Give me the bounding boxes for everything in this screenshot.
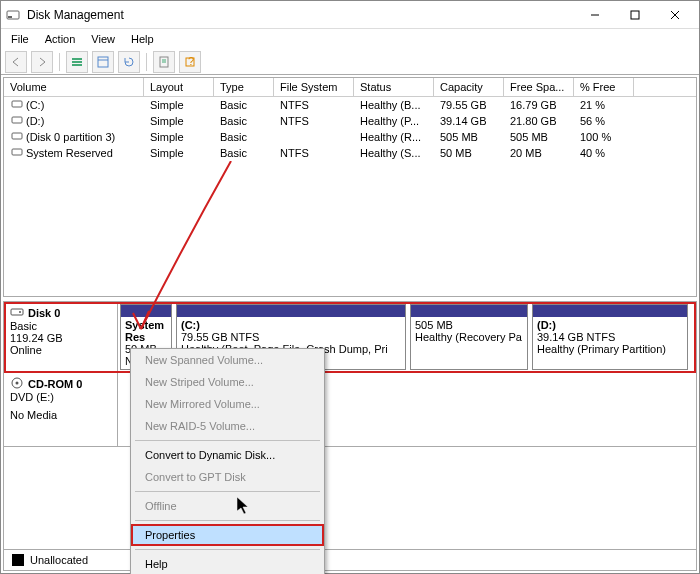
table-row[interactable]: System ReservedSimpleBasicNTFSHealthy (S… xyxy=(4,145,696,161)
svg-rect-6 xyxy=(72,58,82,60)
disk-icon xyxy=(10,306,24,320)
vol-cap: 79.55 GB xyxy=(434,98,504,112)
vol-cap: 50 MB xyxy=(434,146,504,160)
col-pct[interactable]: % Free xyxy=(574,78,634,96)
vol-fs: NTFS xyxy=(274,146,354,160)
vol-type: Basic xyxy=(214,114,274,128)
partition-cap xyxy=(177,305,405,317)
toolbar-separator xyxy=(146,53,147,71)
vol-status: Healthy (R... xyxy=(354,130,434,144)
vol-status: Healthy (P... xyxy=(354,114,434,128)
table-row[interactable]: (C:)SimpleBasicNTFSHealthy (B...79.55 GB… xyxy=(4,97,696,113)
ctx-new-spanned[interactable]: New Spanned Volume... xyxy=(131,349,324,371)
table-row[interactable]: (D:)SimpleBasicNTFSHealthy (P...39.14 GB… xyxy=(4,113,696,129)
col-volume[interactable]: Volume xyxy=(4,78,144,96)
cdrom-name: CD-ROM 0 xyxy=(28,378,82,390)
svg-point-23 xyxy=(16,382,19,385)
close-button[interactable] xyxy=(655,1,695,29)
ctx-separator xyxy=(135,491,320,492)
partition[interactable]: (D:)39.14 GB NTFSHealthy (Primary Partit… xyxy=(532,304,688,370)
forward-button[interactable] xyxy=(31,51,53,73)
table-row[interactable]: (Disk 0 partition 3)SimpleBasicHealthy (… xyxy=(4,129,696,145)
menu-action[interactable]: Action xyxy=(37,31,84,47)
ctx-properties[interactable]: Properties xyxy=(131,524,324,546)
partition[interactable]: 505 MBHealthy (Recovery Pa xyxy=(410,304,528,370)
ctx-help[interactable]: Help xyxy=(131,553,324,574)
col-type[interactable]: Type xyxy=(214,78,274,96)
vol-type: Basic xyxy=(214,98,274,112)
view-detail-button[interactable] xyxy=(92,51,114,73)
vol-pct: 100 % xyxy=(574,130,634,144)
app-icon xyxy=(5,7,21,23)
context-menu: New Spanned Volume... New Striped Volume… xyxy=(130,348,325,574)
vol-name: (Disk 0 partition 3) xyxy=(26,131,115,143)
cdrom-info[interactable]: CD-ROM 0 DVD (E:) No Media xyxy=(4,373,118,446)
volume-icon xyxy=(10,115,24,125)
cdrom-status: No Media xyxy=(10,409,111,421)
disk-0-info[interactable]: Disk 0 Basic 119.24 GB Online xyxy=(4,302,118,372)
legend-swatch-unallocated xyxy=(12,554,24,566)
ctx-convert-gpt[interactable]: Convert to GPT Disk xyxy=(131,466,324,488)
maximize-button[interactable] xyxy=(615,1,655,29)
vol-layout: Simple xyxy=(144,98,214,112)
col-fs[interactable]: File System xyxy=(274,78,354,96)
minimize-button[interactable] xyxy=(575,1,615,29)
ctx-offline[interactable]: Offline xyxy=(131,495,324,517)
svg-rect-16 xyxy=(12,101,22,107)
disk-management-window: Disk Management File Action View Help ? … xyxy=(0,0,700,574)
partition-name: (C:) xyxy=(181,319,401,331)
partition-size: 505 MB xyxy=(415,319,523,331)
ctx-convert-dynamic[interactable]: Convert to Dynamic Disk... xyxy=(131,444,324,466)
vol-name: (D:) xyxy=(26,115,44,127)
svg-rect-8 xyxy=(72,64,82,66)
refresh-button[interactable] xyxy=(118,51,140,73)
menubar: File Action View Help xyxy=(1,29,699,49)
vol-pct: 40 % xyxy=(574,146,634,160)
ctx-new-striped[interactable]: New Striped Volume... xyxy=(131,371,324,393)
svg-rect-1 xyxy=(8,16,12,18)
disk-0-row[interactable]: Disk 0 Basic 119.24 GB Online System Res… xyxy=(4,302,696,373)
menu-view[interactable]: View xyxy=(83,31,123,47)
vol-free: 20 MB xyxy=(504,146,574,160)
svg-rect-19 xyxy=(12,149,22,155)
ctx-new-raid5[interactable]: New RAID-5 Volume... xyxy=(131,415,324,437)
menu-help[interactable]: Help xyxy=(123,31,162,47)
titlebar: Disk Management xyxy=(1,1,699,29)
disk-0-type: Basic xyxy=(10,320,111,332)
col-capacity[interactable]: Capacity xyxy=(434,78,504,96)
help-button[interactable]: ? xyxy=(179,51,201,73)
view-list-button[interactable] xyxy=(66,51,88,73)
vol-free: 16.79 GB xyxy=(504,98,574,112)
partition-size: 39.14 GB NTFS xyxy=(537,331,683,343)
col-free[interactable]: Free Spa... xyxy=(504,78,574,96)
ctx-new-mirrored[interactable]: New Mirrored Volume... xyxy=(131,393,324,415)
partition-status: Healthy (Primary Partition) xyxy=(537,343,683,355)
ctx-separator xyxy=(135,549,320,550)
col-layout[interactable]: Layout xyxy=(144,78,214,96)
vol-pct: 21 % xyxy=(574,98,634,112)
svg-rect-7 xyxy=(72,61,82,63)
volume-list[interactable]: Volume Layout Type File System Status Ca… xyxy=(3,77,697,297)
vol-type: Basic xyxy=(214,146,274,160)
vol-name: (C:) xyxy=(26,99,44,111)
vol-name: System Reserved xyxy=(26,147,113,159)
vol-type: Basic xyxy=(214,130,274,144)
svg-rect-17 xyxy=(12,117,22,123)
properties-button[interactable] xyxy=(153,51,175,73)
col-status[interactable]: Status xyxy=(354,78,434,96)
partition-status: Healthy (Recovery Pa xyxy=(415,331,523,343)
cdrom-row[interactable]: CD-ROM 0 DVD (E:) No Media xyxy=(4,373,696,447)
vol-cap: 39.14 GB xyxy=(434,114,504,128)
vol-layout: Simple xyxy=(144,146,214,160)
window-title: Disk Management xyxy=(27,8,575,22)
toolbar: ? xyxy=(1,49,699,75)
legend: Unallocated xyxy=(4,549,696,570)
menu-file[interactable]: File xyxy=(3,31,37,47)
ctx-separator xyxy=(135,520,320,521)
volume-icon xyxy=(10,147,24,157)
vol-fs xyxy=(274,130,354,144)
disk-0-name: Disk 0 xyxy=(28,307,60,319)
back-button[interactable] xyxy=(5,51,27,73)
partition-name: (D:) xyxy=(537,319,683,331)
partition-cap xyxy=(411,305,527,317)
